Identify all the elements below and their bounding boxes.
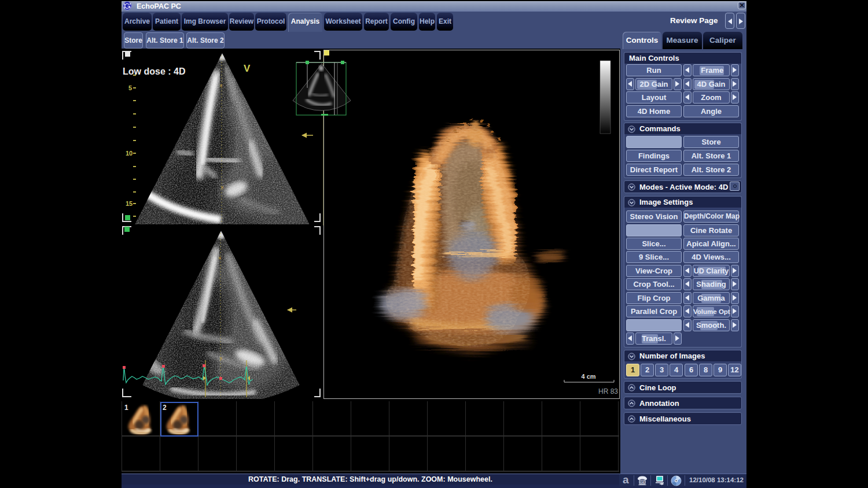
svg-text:HR 83: HR 83	[598, 387, 618, 395]
svg-text:5: 5	[128, 84, 132, 91]
svg-text:×: ×	[220, 184, 224, 191]
svg-text:GE: GE	[640, 480, 645, 484]
svg-text:V: V	[244, 63, 251, 74]
svg-text:15: 15	[126, 200, 133, 207]
svg-text:×: ×	[218, 255, 222, 261]
svg-text:10: 10	[126, 150, 133, 157]
svg-text:×: ×	[219, 83, 223, 89]
svg-text:4 cm: 4 cm	[581, 373, 595, 380]
svg-text:Low dose : 4D: Low dose : 4D	[123, 66, 185, 76]
svg-text:×: ×	[219, 356, 223, 362]
